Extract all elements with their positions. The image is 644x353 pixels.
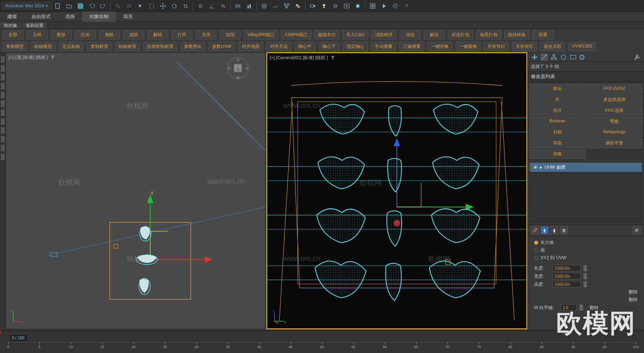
cbtn-camera[interactable]: 相机	[99, 30, 120, 39]
radio-xyz[interactable]: XYZ 到 UVW	[534, 254, 638, 262]
cbtn-paramuvw[interactable]: 参数UVW	[208, 42, 235, 51]
cbtn-uvw1000[interactable]: UVW1000	[568, 42, 596, 51]
height-up[interactable]: ▴	[583, 281, 587, 284]
open-icon[interactable]	[64, 1, 74, 11]
cbtn-packscene[interactable]: 场景打包	[476, 30, 501, 39]
render-icon[interactable]	[353, 1, 363, 11]
pin-stack-icon[interactable]: 📌	[531, 226, 539, 234]
timeline-track[interactable]	[0, 331, 644, 334]
cbtn-light[interactable]: 灯光	[75, 30, 96, 39]
rail-tool-12[interactable]	[1, 154, 5, 160]
mod-ffd222[interactable]: FFD 2x2x2	[586, 84, 643, 94]
cbtn-group[interactable]: 成组	[123, 30, 144, 39]
select-icon[interactable]	[136, 1, 145, 11]
cbtn-cleanup[interactable]: 清除程序	[372, 30, 396, 39]
wrench-icon[interactable]	[634, 54, 641, 61]
cbtn-manualmeasure[interactable]: 手动测量	[371, 42, 396, 51]
height-spinner[interactable]: 1500.0m	[553, 281, 581, 287]
width-up[interactable]: ▴	[583, 273, 587, 276]
percent-snap-icon[interactable]: %	[218, 1, 228, 11]
cbtn-superbool[interactable]: 超级布尔	[314, 30, 339, 39]
mod-chamfer[interactable]: 切角	[529, 149, 586, 159]
ribbon-tab-populate[interactable]: 填充	[116, 12, 140, 22]
length-down[interactable]: ▾	[583, 268, 587, 271]
cbtn-pivotbottom[interactable]: 轴心下	[319, 42, 340, 51]
rail-tool-6[interactable]	[1, 101, 5, 107]
scale-icon[interactable]	[181, 1, 190, 11]
rotate-icon[interactable]	[169, 1, 179, 11]
show-end-result-icon[interactable]: ▮	[541, 226, 549, 234]
eye-icon[interactable]: 👁	[533, 165, 537, 170]
rail-tool-5[interactable]	[1, 92, 5, 98]
mod-boolean[interactable]: Boolean	[529, 116, 586, 126]
cbtn-lightson[interactable]: 开所有灯	[484, 42, 509, 51]
cbtn-ungroup[interactable]: 解组	[147, 30, 168, 39]
viewport-config-icon[interactable]	[368, 1, 378, 11]
cbtn-close[interactable]: 关闭	[196, 30, 217, 39]
cbtn-pastefixed[interactable]: 定点粘贴	[59, 42, 84, 51]
cbtn-paramextrude[interactable]: 参数挤出	[180, 42, 205, 51]
modifier-list-header[interactable]: 修改器列表	[528, 72, 644, 82]
length-spinner[interactable]: 1500.0m	[553, 265, 581, 271]
motion-tab-icon[interactable]	[560, 54, 567, 61]
subtab-brushsettings[interactable]: 笔刷设置	[22, 22, 48, 29]
move-icon[interactable]	[158, 1, 168, 11]
wtile-down[interactable]: ▾	[579, 308, 583, 311]
light-icon[interactable]	[319, 1, 329, 11]
cbtn-pastemat[interactable]: 粘贴材质	[115, 42, 140, 51]
modifier-stack[interactable]: 👁 ▸ UVW 贴图	[529, 162, 642, 223]
wtile-spinner[interactable]: 1.0	[561, 304, 577, 311]
cbtn-unfreeze[interactable]: 解冻	[424, 30, 445, 39]
cbtn-copymodel[interactable]: 复制模型	[2, 42, 27, 51]
cbtn-shape[interactable]: 图形	[51, 30, 72, 39]
cbtn-freeze[interactable]: 冻结	[400, 30, 421, 39]
cbtn-open[interactable]: 打开	[171, 30, 192, 39]
mod-slice[interactable]: 切片	[529, 105, 586, 116]
rail-tool-4[interactable]	[1, 83, 5, 89]
mod-ffdselect[interactable]: FFD 选择	[586, 105, 643, 116]
modify-tab-icon[interactable]	[541, 54, 548, 61]
mod-polyselect[interactable]: 多边形选择	[586, 95, 643, 105]
cbtn-alignceiling[interactable]: 对齐天花	[266, 42, 291, 51]
hierarchy-tab-icon[interactable]	[550, 54, 557, 61]
cbtn-instancemat[interactable]: 实例复制材质	[143, 42, 177, 51]
cbtn-settings[interactable]: 设置	[533, 30, 553, 39]
utilities-tab-icon[interactable]	[579, 54, 586, 61]
ribbon-tab-objectpaint[interactable]: 对象绘制	[82, 12, 116, 22]
cbtn-linetospline[interactable]: 线转样条	[504, 30, 529, 39]
cbtn-3axismeasure[interactable]: 三轴测量	[399, 42, 424, 51]
mod-extrude[interactable]: 挤出	[529, 84, 586, 94]
display-tab-icon[interactable]	[570, 54, 577, 61]
mod-lathe[interactable]: 车削	[529, 138, 586, 148]
layer-icon[interactable]	[259, 1, 269, 11]
camera-icon[interactable]	[308, 1, 318, 11]
time-config-icon[interactable]	[390, 1, 400, 11]
cbtn-setpivot[interactable]: 指定轴心	[343, 42, 368, 51]
play-icon[interactable]	[379, 1, 389, 11]
radio-face[interactable]: 面	[534, 246, 638, 254]
schematic-icon[interactable]	[282, 1, 291, 11]
mirror-icon[interactable]	[233, 1, 243, 11]
viewport-camera[interactable]: [+] [Camera001] [标准] [线框 ]	[266, 52, 527, 329]
mod-turbosmooth[interactable]: 涡轮平滑	[586, 138, 643, 148]
make-unique-icon[interactable]: ▮	[550, 226, 558, 234]
length-up[interactable]: ▴	[583, 265, 587, 268]
cbtn-lightsoff[interactable]: 关所有灯	[512, 42, 537, 51]
cbtn-arealink[interactable]: 面光关联	[540, 42, 565, 51]
filter-icon[interactable]	[50, 55, 55, 60]
viewport-top-label[interactable]: [+] [顶] [标准] [线框 ]	[8, 54, 55, 60]
width-down[interactable]: ▾	[583, 276, 587, 279]
remove-modifier-icon[interactable]: 🗑	[560, 226, 568, 234]
flip-label[interactable]: 翻转	[590, 305, 599, 311]
radio-box[interactable]: 长方体	[534, 239, 638, 246]
timeline-ruler[interactable]: 0510152025303540455055606570758085909510…	[8, 342, 636, 349]
viewport-camera-label[interactable]: [+] [Camera001] [标准] [线框 ]	[270, 55, 335, 61]
undo-icon[interactable]	[87, 1, 97, 11]
cbtn-packsel[interactable]: 所选打包	[448, 30, 473, 39]
cbtn-importcad[interactable]: 导入CAD	[343, 30, 368, 39]
subtab-paintobject[interactable]: 制对象	[0, 22, 22, 29]
cbtn-cripr[interactable]: CRIPR视口	[281, 30, 311, 39]
angle-snap-icon[interactable]	[207, 1, 217, 11]
height-down[interactable]: ▾	[583, 284, 587, 287]
viewport-top[interactable]: [+] [顶] [标准] [线框 ] 上 北 南 东 西	[6, 52, 266, 329]
